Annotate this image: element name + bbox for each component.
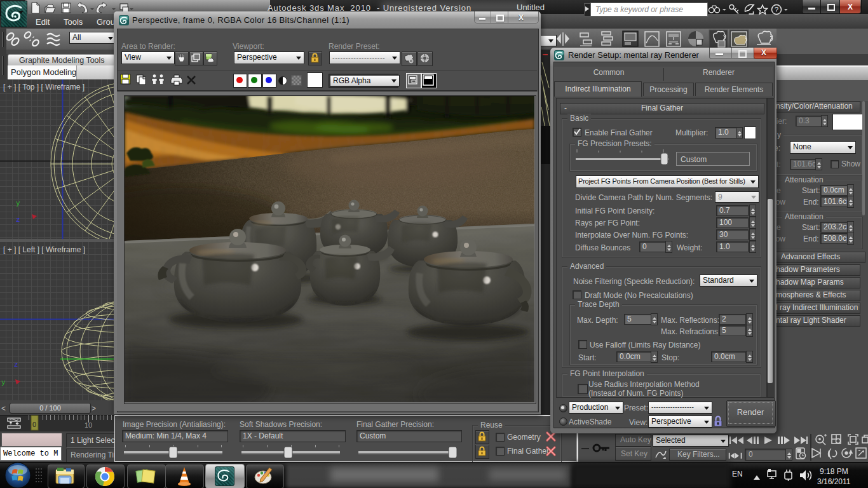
- svg-text:y: y: [1, 379, 6, 386]
- svg-text:0: 0: [32, 421, 36, 428]
- svg-text:y: y: [16, 200, 20, 207]
- svg-text:10: 10: [85, 421, 92, 429]
- svg-text:?: ?: [775, 6, 778, 13]
- svg-text:z: z: [14, 361, 18, 369]
- svg-text:z: z: [16, 216, 20, 224]
